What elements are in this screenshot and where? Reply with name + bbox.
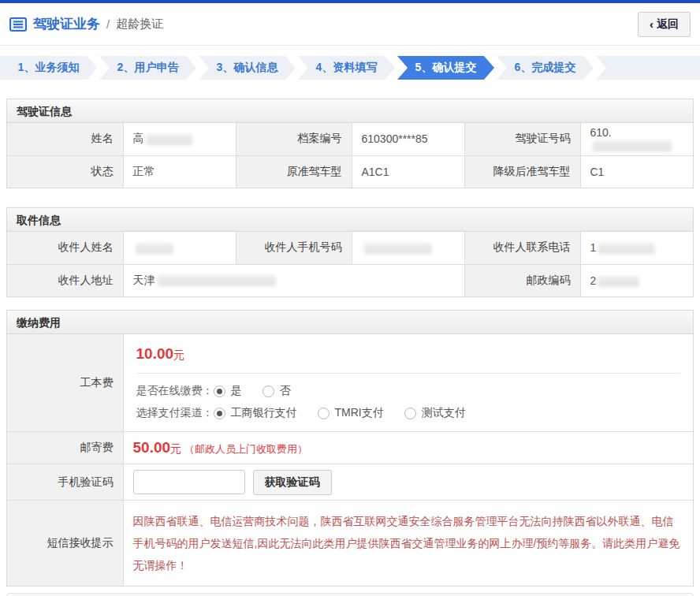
step-4-fill-data[interactable]: 4、资料填写: [298, 56, 395, 80]
license-number-label: 驾驶证号码: [464, 123, 580, 155]
mailing-fee-amount: 50.00: [133, 439, 171, 456]
pickup-info-section: 取件信息 收件人姓名 收件人手机号码 收件人联系电话 1 收件人地址 天津 邮政…: [6, 207, 694, 297]
radio-selected-icon: [214, 408, 225, 419]
back-button-label: 返回: [657, 17, 679, 32]
table-row: 收件人地址 天津 邮政编码 2: [7, 264, 693, 296]
original-class-value: A1C1: [352, 155, 464, 188]
radio-channel-icbc[interactable]: 工商银行支付: [214, 406, 297, 420]
downgraded-class-value: C1: [580, 155, 693, 188]
table-row: 状态 正常 原准驾车型 A1C1 降级后准驾车型 C1: [7, 155, 693, 188]
license-info-section: 驾驶证信息 姓名 高 档案编号 610300****85 驾驶证号码 610. …: [6, 99, 694, 188]
recipient-phone-value: 1: [580, 232, 693, 264]
wizard-filler: [596, 56, 700, 80]
table-row: 姓名 高 档案编号 610300****85 驾驶证号码 610.: [7, 123, 693, 155]
production-fee-unit: 元: [173, 348, 184, 361]
fees-section: 缴纳费用 工本费 10.00元 是否在线缴费： 是 否 选择支付渠道： 工商银行…: [6, 310, 694, 587]
online-payment-row: 是否在线缴费： 是 否: [136, 384, 681, 398]
table-row: 工本费 10.00元 是否在线缴费： 是 否 选择支付渠道： 工商银行支付 TM…: [7, 334, 693, 432]
production-fee-label: 工本费: [7, 334, 123, 432]
file-number-value: 610300****85: [352, 123, 464, 155]
captcha-input[interactable]: [133, 470, 245, 494]
breadcrumb-separator: /: [106, 17, 110, 31]
fees-section-title: 缴纳费用: [7, 311, 693, 334]
back-button[interactable]: ‹ 返回: [638, 12, 691, 37]
recipient-mobile-label: 收件人手机号码: [236, 232, 352, 264]
redaction-block: [136, 243, 173, 254]
mailing-fee-cell: 50.00元（邮政人员上门收取费用）: [123, 432, 693, 464]
pickup-section-title: 取件信息: [7, 208, 693, 232]
recipient-address-value: 天津: [123, 264, 464, 296]
sms-notice-label: 短信接收提示: [7, 501, 123, 587]
status-value: 正常: [123, 155, 236, 188]
recipient-name-value: [123, 232, 236, 264]
captcha-row: 获取验证码: [133, 470, 684, 495]
pickup-info-table: 收件人姓名 收件人手机号码 收件人联系电话 1 收件人地址 天津 邮政编码 2: [7, 232, 693, 296]
radio-unselected-icon: [404, 408, 416, 419]
production-fee-amount: 10.00: [136, 345, 174, 362]
page-title: 驾驶证业务: [33, 15, 100, 33]
radio-online-yes[interactable]: 是: [214, 384, 242, 398]
step-wizard: 1、业务须知 2、用户申告 3、确认信息 4、资料填写 5、确认提交 6、完成提…: [0, 56, 700, 80]
sms-notice-cell: 因陕西省联通、电信运营商技术问题，陕西省互联网交通安全综合服务管理平台无法向持陕…: [123, 501, 693, 587]
table-row: 邮寄费 50.00元（邮政人员上门收取费用）: [7, 432, 693, 464]
recipient-name-label: 收件人姓名: [7, 232, 123, 264]
payment-channel-row: 选择支付渠道： 工商银行支付 TMRI支付 测试支付: [136, 406, 681, 420]
breadcrumb-current: 超龄换证: [116, 17, 163, 32]
name-value: 高: [123, 123, 236, 155]
redaction-block: [364, 243, 432, 254]
table-row: 收件人姓名 收件人手机号码 收件人联系电话 1: [7, 232, 693, 264]
sms-notice-text: 因陕西省联通、电信运营商技术问题，陕西省互联网交通安全综合服务管理平台无法向持陕…: [133, 501, 684, 586]
radio-unselected-icon: [318, 408, 330, 419]
radio-channel-tmri[interactable]: TMRI支付: [318, 406, 384, 420]
payment-channel-label: 选择支付渠道：: [136, 406, 214, 420]
redaction-block: [593, 140, 672, 151]
online-payment-label: 是否在线缴费：: [136, 384, 214, 398]
mailing-fee-label: 邮寄费: [7, 432, 123, 464]
license-info-table: 姓名 高 档案编号 610300****85 驾驶证号码 610. 状态 正常 …: [7, 123, 693, 188]
production-fee-cell: 10.00元 是否在线缴费： 是 否 选择支付渠道： 工商银行支付 TMRI支付…: [123, 334, 693, 432]
recipient-mobile-value: [352, 232, 464, 264]
redaction-block: [147, 134, 192, 145]
license-number-value: 610.: [580, 123, 693, 155]
original-class-label: 原准驾车型: [236, 155, 352, 188]
step-5-confirm-submit[interactable]: 5、确认提交: [397, 56, 494, 80]
redaction-block: [598, 243, 655, 254]
radio-unselected-icon: [262, 386, 274, 397]
downgraded-class-label: 降级后准驾车型: [464, 155, 580, 188]
radio-online-no[interactable]: 否: [262, 384, 291, 398]
fees-table: 工本费 10.00元 是否在线缴费： 是 否 选择支付渠道： 工商银行支付 TM…: [7, 334, 693, 586]
postal-code-label: 邮政编码: [464, 264, 580, 296]
mailing-fee-unit: 元: [170, 442, 181, 455]
file-number-label: 档案编号: [236, 123, 352, 155]
name-label: 姓名: [7, 123, 123, 155]
radio-selected-icon: [214, 386, 225, 397]
captcha-cell: 获取验证码: [123, 464, 693, 501]
redaction-block: [158, 275, 276, 286]
postal-code-value: 2: [580, 264, 693, 296]
license-section-title: 驾驶证信息: [7, 99, 693, 123]
list-icon: [9, 17, 27, 32]
recipient-address-label: 收件人地址: [7, 264, 123, 296]
production-fee-amount-line: 10.00元: [136, 345, 681, 363]
radio-channel-test[interactable]: 测试支付: [404, 406, 466, 420]
step-1-business-notice[interactable]: 1、业务须知: [0, 56, 97, 80]
captcha-label: 手机验证码: [7, 464, 123, 501]
step-6-complete-submit[interactable]: 6、完成提交: [497, 56, 594, 80]
step-2-user-declaration[interactable]: 2、用户申告: [99, 56, 196, 80]
recipient-phone-label: 收件人联系电话: [464, 232, 580, 264]
table-row: 手机验证码 获取验证码: [7, 464, 693, 501]
step-3-confirm-info[interactable]: 3、确认信息: [199, 56, 296, 80]
redaction-block: [598, 276, 639, 287]
table-row: 短信接收提示 因陕西省联通、电信运营商技术问题，陕西省互联网交通安全综合服务管理…: [7, 501, 693, 587]
back-chevron-icon: ‹: [650, 17, 653, 31]
page-header: 驾驶证业务 / 超龄换证 ‹ 返回: [0, 3, 700, 46]
mailing-fee-note: （邮政人员上门收取费用）: [184, 443, 307, 455]
footer-action-bar: 上一步 完成: [6, 593, 694, 596]
status-label: 状态: [7, 155, 123, 188]
get-captcha-button[interactable]: 获取验证码: [253, 470, 332, 495]
divider: [136, 373, 681, 374]
